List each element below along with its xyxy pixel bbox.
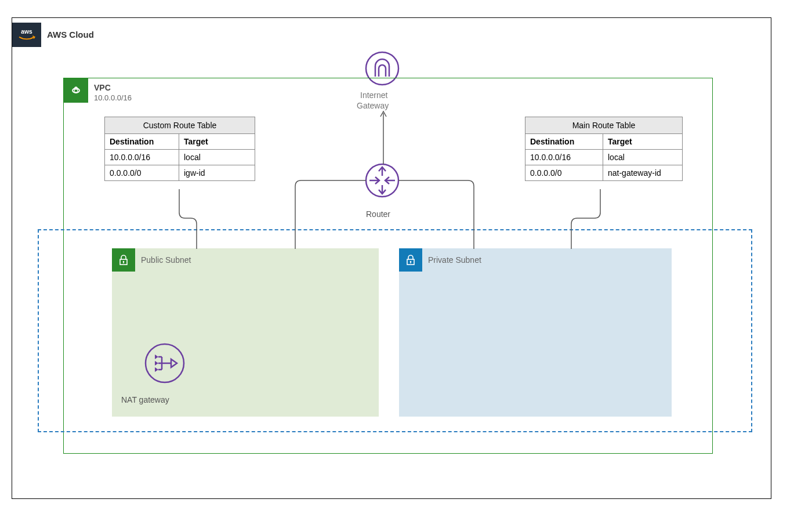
nat-gateway-icon — [144, 343, 185, 386]
svg-point-13 — [410, 261, 412, 263]
svg-text:aws: aws — [21, 28, 32, 35]
table-header-destination: Destination — [525, 134, 603, 149]
aws-cloud-container: aws AWS Cloud Internet Gateway Router — [12, 17, 771, 499]
private-subnet: Private Subnet — [399, 248, 672, 417]
connector-custom-rt-to-public — [168, 189, 202, 249]
table-row: 10.0.0.0/16 local — [105, 150, 255, 165]
aws-cloud-label: AWS Cloud — [47, 30, 94, 39]
vpc-cidr: 10.0.0.0/16 — [94, 93, 132, 102]
custom-route-table-title: Custom Route Table — [105, 117, 255, 134]
table-header-target: Target — [179, 134, 253, 149]
private-subnet-label: Private Subnet — [428, 255, 481, 265]
vpc-icon — [64, 78, 88, 103]
vpc-title: VPC — [94, 83, 111, 92]
main-route-table: Main Route Table Destination Target 10.0… — [525, 117, 683, 181]
private-subnet-icon — [399, 248, 422, 272]
table-row: 0.0.0.0/0 igw-id — [105, 165, 255, 180]
custom-route-table: Custom Route Table Destination Target 10… — [104, 117, 255, 181]
connector-router-to-public — [295, 180, 371, 250]
public-subnet-icon — [112, 248, 135, 272]
public-subnet-label: Public Subnet — [141, 255, 191, 265]
connector-router-to-private — [398, 180, 480, 250]
table-row: 10.0.0.0/16 local — [525, 150, 682, 165]
table-header-destination: Destination — [105, 134, 179, 149]
public-subnet: Public Subnet — [112, 248, 379, 417]
main-route-table-title: Main Route Table — [525, 117, 682, 134]
svg-rect-8 — [74, 89, 78, 92]
table-row: 0.0.0.0/0 nat-gateway-id — [525, 165, 682, 180]
aws-logo-icon: aws — [12, 23, 41, 47]
table-header-target: Target — [603, 134, 681, 149]
nat-gateway-label: NAT gateway — [121, 395, 169, 404]
svg-point-10 — [123, 261, 125, 263]
connector-main-rt-to-private — [566, 189, 606, 249]
